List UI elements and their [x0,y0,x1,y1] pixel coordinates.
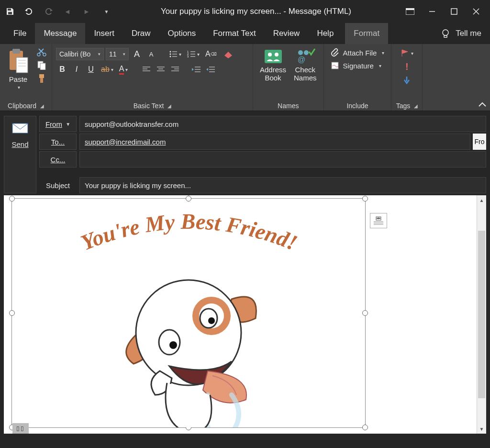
tab-insert[interactable]: Insert [85,23,123,44]
strikethrough-button[interactable]: ab▾ [99,63,115,76]
cc-button[interactable]: Cc... [39,151,77,168]
svg-point-8 [443,30,448,35]
envelope-icon [12,123,28,134]
to-value: support@incredimail.com [85,138,166,146]
layout-options-icon [373,216,384,225]
tab-options[interactable]: Options [159,23,205,44]
svg-point-66 [200,309,217,328]
group-basic-text: Calibri (Bo▾ 11▾ A A ▾ 123▾ A⌫ [52,44,253,111]
close-button[interactable] [465,0,487,22]
attach-file-button[interactable]: Attach File ▾ [328,47,388,58]
signature-button[interactable]: Signature ▾ [328,60,384,71]
subject-label: Subject [39,177,77,193]
svg-rect-3 [406,8,414,10]
follow-up-button[interactable]: ▾ [398,47,415,59]
send-button[interactable]: Send [4,116,36,193]
qat-dropdown-icon[interactable]: ▼ [99,4,113,19]
maximize-button[interactable] [443,0,465,22]
high-importance-button[interactable]: ! [401,60,413,73]
from-button[interactable]: From ▼ [39,116,77,132]
shrink-font-button[interactable]: A [145,48,157,60]
increase-indent-button[interactable] [204,63,217,76]
dialog-launcher-icon[interactable]: ◢ [40,103,44,109]
tab-review[interactable]: Review [265,23,309,44]
svg-point-50 [275,53,278,56]
decrease-indent-button[interactable] [190,63,202,76]
align-right-button[interactable] [169,63,181,76]
group-clipboard-label: Clipboard [8,102,36,110]
truncated-from-tab[interactable]: Fro [473,134,486,150]
grow-font-button[interactable]: A [131,48,143,60]
to-input[interactable]: support@incredimail.com [79,134,470,150]
tab-format-text[interactable]: Format Text [204,23,264,44]
paste-button[interactable]: Paste ▾ [4,46,33,92]
quick-access-toolbar: ◄ ► ▼ [3,4,113,19]
underline-button[interactable]: U [85,63,97,76]
group-include: Attach File ▾ Signature ▾ Include [324,44,392,111]
dialog-launcher-icon[interactable]: ◢ [167,103,171,109]
bold-button[interactable]: B [56,63,68,76]
group-basic-text-label: Basic Text [134,102,164,110]
svg-point-23 [170,54,171,55]
dialog-launcher-icon[interactable]: ◢ [414,103,418,109]
align-left-button[interactable] [140,63,153,76]
attach-file-label: Attach File [343,49,377,57]
scroll-up-button[interactable]: ▲ [477,195,486,205]
bullets-button[interactable]: ▾ [167,48,183,60]
signature-icon [331,61,339,70]
eraser-icon[interactable] [221,48,235,60]
ribbon-tabs: File Message Insert Draw Options Format … [0,23,490,44]
vertical-scrollbar[interactable]: ▲ ▼ [477,195,486,434]
selected-image-frame[interactable]: You're My Best Friend! [11,198,366,428]
copy-button[interactable] [35,59,48,71]
tab-format-context[interactable]: Format [345,23,388,44]
cut-button[interactable] [35,46,48,57]
save-icon[interactable] [3,4,17,19]
clear-formatting-button[interactable]: A⌫ [203,48,219,60]
group-names: Address Book @ Check Names Names [253,44,324,111]
address-book-button[interactable]: Address Book [257,46,289,84]
svg-point-64 [159,330,180,355]
group-tags-label: Tags [396,102,411,110]
scroll-thumb[interactable] [478,231,485,398]
cc-input[interactable] [79,151,486,168]
from-value: support@outlooktransfer.com [79,116,486,132]
tab-draw[interactable]: Draw [123,23,159,44]
numbering-icon: 123 [187,50,196,58]
to-button[interactable]: To... [39,134,77,150]
redo-icon[interactable] [41,4,56,19]
back-icon[interactable]: ◄ [60,4,75,19]
window-controls [399,0,487,22]
undo-icon[interactable] [22,4,36,19]
group-include-label: Include [346,102,368,110]
copy-icon [37,60,46,70]
minimize-button[interactable] [421,0,443,22]
tell-me[interactable]: Tell me [432,23,490,44]
svg-rect-5 [451,9,457,14]
subject-input[interactable]: Your puppy is licking my screen... [79,177,486,193]
ribbon-display-icon[interactable] [399,0,421,22]
font-family-value: Calibri (Bo [59,50,90,58]
message-body[interactable]: You're My Best Friend! [4,195,486,434]
format-painter-button[interactable] [35,73,48,84]
chevron-up-icon [478,102,487,108]
scroll-down-button[interactable]: ▼ [477,424,486,434]
layout-options-button[interactable] [370,213,387,228]
tab-message[interactable]: Message [35,23,85,44]
svg-rect-12 [16,57,28,73]
numbering-button[interactable]: 123▾ [185,48,201,60]
svg-text:3: 3 [187,55,189,58]
font-family-combo[interactable]: Calibri (Bo▾ [56,48,104,60]
align-center-button[interactable] [155,63,167,76]
low-importance-button[interactable] [401,74,413,86]
forward-icon[interactable]: ► [79,4,94,19]
tab-file[interactable]: File [5,23,35,44]
italic-button[interactable]: I [70,63,83,76]
font-color-button[interactable]: A▾ [117,63,130,76]
font-size-combo[interactable]: 11▾ [106,48,129,60]
tab-help[interactable]: Help [308,23,342,44]
paintbrush-icon [37,73,46,84]
collapse-ribbon-button[interactable] [475,44,490,111]
svg-point-17 [43,53,46,56]
check-names-button[interactable]: @ Check Names [291,46,320,84]
